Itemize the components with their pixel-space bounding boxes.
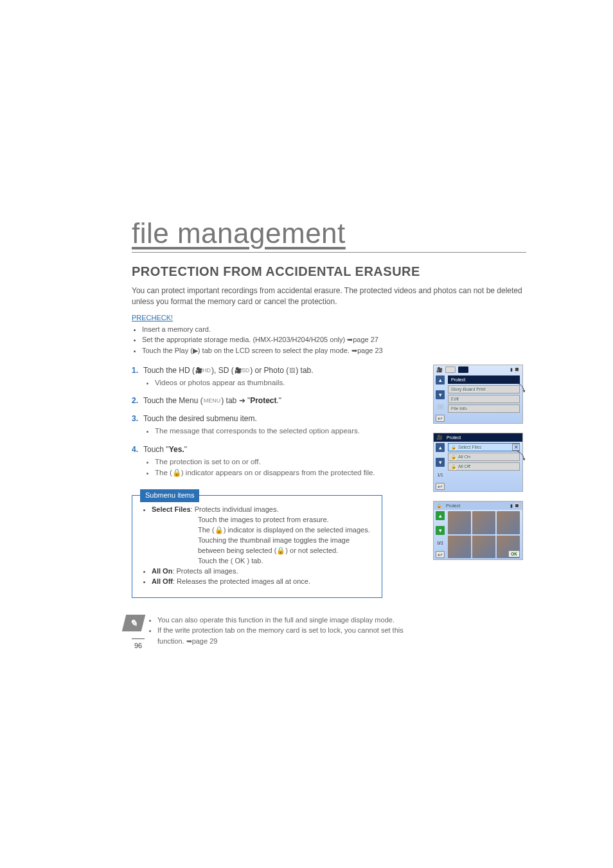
screens-column: 🎥 ▮ 🔳 ▴ ▾ 2/2 ↩ Protect Story-Board Prin… bbox=[433, 365, 526, 646]
step-fragment: Touch the HD ( bbox=[143, 366, 195, 375]
note-row: ✎ You can also operate this function in … bbox=[132, 615, 420, 647]
menu-item-label: All On bbox=[458, 455, 470, 459]
note-list: You can also operate this function in th… bbox=[148, 615, 420, 647]
submenu-rest: : Protects individual images. bbox=[191, 505, 279, 513]
video-icon: 🎥 bbox=[436, 367, 443, 373]
thumbnail bbox=[448, 536, 471, 559]
step-fragment: ) tab. bbox=[296, 366, 313, 375]
step-fragment: Touch " bbox=[143, 445, 169, 454]
step-fragment: " bbox=[184, 445, 187, 454]
ok-button: OK bbox=[508, 550, 520, 557]
lcd-screenshot-thumbnails: 🔒 Protect ▮ 🔳 ▴ ▾ 0/3 ↩ bbox=[433, 501, 523, 560]
menu-item: File Info bbox=[448, 404, 520, 413]
note-icon: ✎ bbox=[122, 615, 145, 631]
menu-item-label: All Off bbox=[458, 464, 470, 469]
submenu-bold: All On bbox=[152, 567, 172, 575]
lock-icon: 🔒 bbox=[451, 464, 457, 469]
submenu-box: Submenu items Select Files: Protects ind… bbox=[132, 495, 382, 598]
intro-paragraph: You can protect important recordings fro… bbox=[132, 285, 526, 307]
lcd-menu-col: Protect Story-Board Print Edit File Info bbox=[447, 374, 522, 423]
step-fragment: ), SD ( bbox=[211, 366, 234, 375]
photo-icon: 🖼 bbox=[289, 366, 296, 375]
menu-item-label: Select Files bbox=[458, 445, 481, 449]
down-arrow-icon: ▾ bbox=[436, 526, 445, 535]
battery-icon: ▮ 🔳 bbox=[510, 503, 520, 509]
menu-item: 🔒All Off bbox=[448, 462, 520, 471]
lock-icon: 🔒 bbox=[451, 445, 457, 450]
step-bold: Yes. bbox=[169, 445, 184, 454]
lcd-left-col: ▴ ▾ 0/3 ↩ bbox=[434, 510, 447, 559]
step-number: 1. bbox=[132, 365, 138, 376]
step-bullet: The protection is set to on or off. bbox=[155, 457, 420, 467]
back-icon: ↩ bbox=[436, 415, 445, 422]
battery-icon: ▮ 🔳 bbox=[510, 367, 520, 372]
lock-icon: 🔒 bbox=[436, 503, 442, 509]
menu-icon: MENU bbox=[203, 397, 222, 406]
up-arrow-icon: ▴ bbox=[436, 443, 445, 452]
precheck-list: Insert a memory card. Set the appropriat… bbox=[132, 324, 526, 356]
title-container: file management bbox=[132, 217, 526, 253]
lcd-header-bar: 🔒 Protect ▮ 🔳 bbox=[434, 502, 522, 510]
step-number: 3. bbox=[132, 413, 138, 424]
tab-icon bbox=[445, 366, 456, 373]
precheck-item: Set the appropriate storage media. (HMX-… bbox=[142, 334, 526, 345]
step-bullet: Videos or photos appear as thumbnails. bbox=[155, 377, 420, 388]
note-icon-glyph: ✎ bbox=[130, 618, 138, 628]
page-number: 96 bbox=[132, 638, 145, 649]
submenu-badge: Submenu items bbox=[140, 489, 199, 502]
step-text: Touch "Yes." bbox=[143, 445, 187, 454]
menu-item: Story-Board Print bbox=[448, 385, 520, 393]
step-fragment: Touch the Menu ( bbox=[143, 396, 203, 405]
note-item: You can also operate this function in th… bbox=[157, 615, 420, 626]
tab-icon-active bbox=[458, 366, 468, 373]
callout-pointer bbox=[516, 450, 528, 462]
lcd-screenshot-submenu: 🎥 Protect ✕ ▴ ▾ 1/1 ↩ 🔒Select Files 🔒All… bbox=[433, 433, 523, 492]
lcd-left-col: ▴ ▾ 1/1 ↩ bbox=[434, 442, 447, 491]
step-1: 1. Touch the HD (🎥HD), SD (🎥SD) or Photo… bbox=[132, 365, 420, 388]
step-bullets: Videos or photos appear as thumbnails. bbox=[143, 377, 420, 388]
precheck-label: PRECHECK! bbox=[132, 314, 173, 321]
thumbnail bbox=[497, 511, 520, 534]
step-fragment: ) tab ➔ " bbox=[221, 396, 250, 405]
submenu-line: The (🔒) indicator is displayed on the se… bbox=[152, 525, 371, 536]
down-arrow-icon: ▾ bbox=[436, 390, 445, 399]
submenu-rest: : Protects all images. bbox=[172, 567, 238, 575]
page-indicator: 1/1 bbox=[437, 473, 443, 477]
submenu-bold: Select Files bbox=[152, 505, 191, 513]
steps-list: 1. Touch the HD (🎥HD), SD (🎥SD) or Photo… bbox=[132, 365, 420, 478]
step-text: Touch the desired submenu item. bbox=[143, 414, 257, 423]
lcd-left-col: ▴ ▾ 2/2 ↩ bbox=[434, 374, 447, 423]
back-icon: ↩ bbox=[436, 551, 445, 558]
page-indicator: 0/3 bbox=[437, 541, 443, 545]
submenu-item: Select Files: Protects individual images… bbox=[152, 505, 371, 566]
page-title: file management bbox=[132, 217, 526, 249]
step-fragment: ." bbox=[277, 396, 282, 405]
note-item: If the write protection tab on the memor… bbox=[157, 625, 420, 646]
submenu-line: Touch the images to protect from erasure… bbox=[152, 515, 371, 525]
step-number: 4. bbox=[132, 444, 138, 455]
lcd-menu-col: 🔒Select Files 🔒All On 🔒All Off bbox=[447, 442, 522, 491]
step-2: 2. Touch the Menu (MENU) tab ➔ "Protect.… bbox=[132, 395, 420, 406]
back-icon: ↩ bbox=[436, 483, 445, 490]
submenu-item: All On: Protects all images. bbox=[152, 566, 371, 577]
video-icon: 🎥 bbox=[436, 435, 443, 440]
steps-column: 1. Touch the HD (🎥HD), SD (🎥SD) or Photo… bbox=[132, 365, 420, 646]
step-text: Touch the HD (🎥HD), SD (🎥SD) or Photo (🖼… bbox=[143, 366, 314, 375]
section-heading: PROTECTION FROM ACCIDENTAL ERASURE bbox=[132, 264, 526, 279]
step-bullets: The protection is set to on or off. The … bbox=[143, 457, 420, 479]
step-number: 2. bbox=[132, 395, 138, 406]
thumbnail bbox=[472, 511, 495, 534]
lcd-header-bar: 🎥 Protect bbox=[434, 433, 522, 442]
down-arrow-icon: ▾ bbox=[436, 458, 445, 467]
sd-icon: 🎥SD bbox=[234, 366, 251, 375]
lcd-header-label: Protect bbox=[445, 435, 461, 440]
precheck-item: Touch the Play (▶) tab on the LCD screen… bbox=[142, 345, 526, 356]
hd-icon: 🎥HD bbox=[195, 366, 211, 375]
lock-icon: 🔒 bbox=[451, 455, 457, 460]
page-indicator: 2/2 bbox=[437, 404, 443, 409]
menu-item-selected: 🔒Select Files bbox=[448, 443, 520, 451]
step-4: 4. Touch "Yes." The protection is set to… bbox=[132, 444, 420, 479]
step-fragment: ) or Photo ( bbox=[250, 366, 289, 375]
step-bold: Protect bbox=[250, 396, 276, 405]
lcd-body: ▴ ▾ 1/1 ↩ 🔒Select Files 🔒All On 🔒All Off bbox=[434, 442, 522, 491]
